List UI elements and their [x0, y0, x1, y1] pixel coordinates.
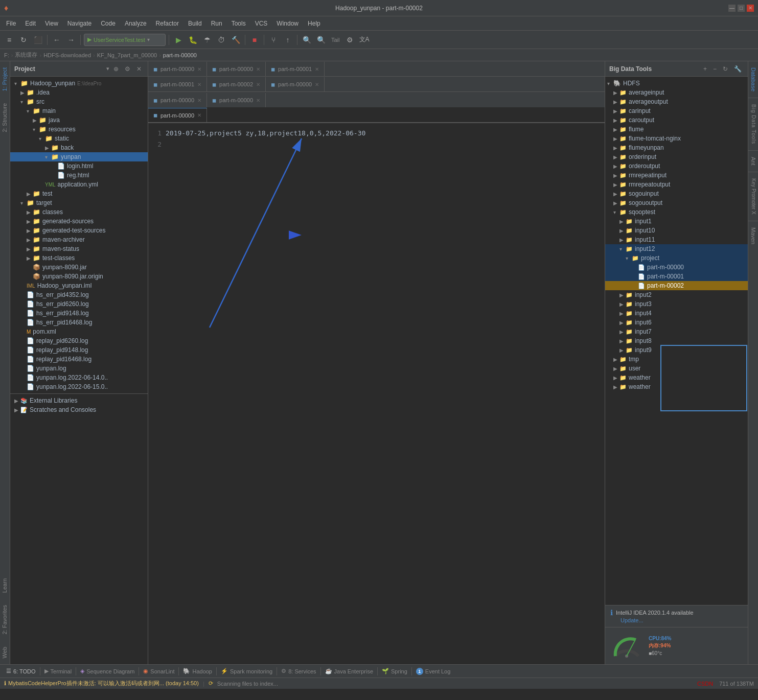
toolbar-btn-2[interactable]: ↻ [17, 34, 30, 46]
git-push-button[interactable]: ↑ [282, 34, 294, 46]
bottom-tab-eventlog[interactable]: 1 Event Log [412, 665, 455, 678]
tree-replay2[interactable]: ▶ 📄 replay_pid9148.log [10, 345, 148, 355]
lang-button[interactable]: 文A [358, 34, 371, 46]
bdt-tmp[interactable]: ▶ 📁 tmp [605, 355, 748, 364]
breadcrumb-hdfs[interactable]: HDFS-downloaded [43, 52, 91, 58]
tab-close-2b[interactable]: ✕ [256, 82, 260, 87]
bdt-avgOutput[interactable]: ▶ 📁 averageoutput [605, 97, 748, 106]
breadcrumb-current[interactable]: part-m-00000 [163, 52, 197, 58]
menu-help[interactable]: Help [304, 18, 325, 29]
tab-close-2[interactable]: ✕ [197, 82, 201, 87]
menu-run[interactable]: Run [207, 18, 226, 29]
bdt-weather1[interactable]: ▶ 📁 weather [605, 373, 748, 382]
bdt-user[interactable]: ▶ 📁 user [605, 364, 748, 373]
panel-btn-add[interactable]: ⊕ [111, 64, 121, 74]
tab-close-3[interactable]: ✕ [197, 98, 201, 103]
bottom-tab-spring[interactable]: 🌱 Spring [378, 665, 411, 678]
menu-view[interactable]: View [41, 18, 62, 29]
tab-pm-00001-r1[interactable]: ◼ part-m-00001 ✕ [266, 62, 325, 76]
bdt-rmRepeatOutput[interactable]: ▶ 📁 rmrepeatoutput [605, 180, 748, 189]
git-button[interactable]: ⑂ [267, 34, 280, 46]
bdt-carInput[interactable]: ▶ 📁 carinput [605, 106, 748, 115]
tree-maven-status[interactable]: ▶ 📁 maven-status [10, 244, 148, 253]
bdt-sogouInput[interactable]: ▶ 📁 sogouinput [605, 189, 748, 198]
menu-navigate[interactable]: Navigate [63, 18, 96, 29]
tree-classes[interactable]: ▶ 📁 classes [10, 207, 148, 217]
tree-pom[interactable]: ▶ M pom.xml [10, 327, 148, 336]
tree-yunpanlog[interactable]: ▶ 📄 yunpan.log [10, 364, 148, 373]
bdt-carOutput[interactable]: ▶ 📁 caroutput [605, 115, 748, 125]
tree-log2[interactable]: ▶ 📄 hs_err_pid6260.log [10, 299, 148, 309]
tree-gen-sources[interactable]: ▶ 📁 generated-sources [10, 217, 148, 226]
sidetab-web[interactable]: Web [0, 641, 10, 664]
bdt-minus-button[interactable]: − [711, 64, 719, 74]
bdt-hdfs[interactable]: ▾ 🐘 HDFS [605, 79, 748, 88]
breadcrumb-kg[interactable]: KF_Ng_7part_m_00000 [97, 52, 157, 58]
menu-vcs[interactable]: VCS [251, 18, 272, 29]
settings-button[interactable]: ⚙ [344, 34, 356, 46]
bdt-project[interactable]: ▾ 📁 project [605, 253, 748, 263]
sidetab-structure[interactable]: 2: Structure [0, 97, 10, 138]
bdt-input9[interactable]: ▶ 📁 input9 [605, 345, 748, 355]
tree-test[interactable]: ▶ 📁 test [10, 189, 148, 198]
debug-button[interactable]: 🐛 [187, 34, 199, 46]
nav-back-button[interactable]: ← [51, 34, 63, 46]
tree-gen-test[interactable]: ▶ 📁 generated-test-sources [10, 226, 148, 235]
bdt-rmRepeatInput[interactable]: ▶ 📁 rmrepeatinput [605, 171, 748, 180]
bdt-input3[interactable]: ▶ 📁 input3 [605, 299, 748, 309]
nav-forward-button[interactable]: → [65, 34, 77, 46]
bdt-input12[interactable]: ▾ 📁 input12 [605, 244, 748, 253]
bdt-input1[interactable]: ▶ 📁 input1 [605, 217, 748, 226]
tab-pm-00000-r2c[interactable]: ◼ part-m-00000 ✕ [266, 77, 325, 91]
menu-edit[interactable]: Edit [21, 18, 40, 29]
panel-btn-close[interactable]: ✕ [134, 64, 144, 74]
bdt-avgInput[interactable]: ▶ 📁 averageinput [605, 88, 748, 97]
tree-scratches[interactable]: ▶ 📝 Scratches and Consoles [10, 405, 148, 414]
bdt-input10[interactable]: ▶ 📁 input10 [605, 226, 748, 235]
build-button[interactable]: 🔨 [229, 34, 242, 46]
run-config-selector[interactable]: ▶ UserServiceTest.test ▾ [84, 34, 166, 46]
bdt-input7[interactable]: ▶ 📁 input7 [605, 327, 748, 336]
maximize-button[interactable]: □ [738, 5, 745, 12]
toolbar-btn-3[interactable]: ⬛ [32, 34, 44, 46]
minimize-button[interactable]: — [728, 5, 736, 12]
vtab-big-data[interactable]: Big Data Tools [748, 98, 758, 150]
tree-yunpanlog1[interactable]: ▶ 📄 yunpan.log.2022-06-14.0.. [10, 373, 148, 382]
bdt-input6[interactable]: ▶ 📁 input6 [605, 318, 748, 327]
bdt-part-00001[interactable]: ▶ 📄 part-m-00001 [605, 272, 748, 281]
bdt-part-00002[interactable]: ▶ 📄 part-m-00002 [605, 281, 748, 290]
tab-close-active[interactable]: ✕ [197, 112, 201, 118]
tab-close-1c[interactable]: ✕ [315, 66, 319, 72]
tree-resources[interactable]: ▾ 📁 resources [10, 125, 148, 134]
bottom-tab-sonar[interactable]: ◉ SonarLint [139, 665, 178, 678]
breadcrumb-cache[interactable]: 系统缓存 [15, 51, 37, 59]
tree-maven-arch[interactable]: ▶ 📁 maven-archiver [10, 235, 148, 244]
tree-root[interactable]: ▾ 📁 Hadoop_yunpan E:\IdeaPro [10, 79, 148, 88]
bottom-tab-todo[interactable]: ☰ 6: TODO [2, 665, 40, 678]
find-action-button[interactable]: 🔍 [315, 34, 327, 46]
profile-button[interactable]: ⏱ [215, 34, 227, 46]
tab-close-1b[interactable]: ✕ [256, 66, 260, 72]
bdt-input2[interactable]: ▶ 📁 input2 [605, 290, 748, 299]
menu-window[interactable]: Window [272, 18, 303, 29]
tree-static[interactable]: ▾ 📁 static [10, 134, 148, 143]
menu-analyze[interactable]: Analyze [121, 18, 151, 29]
breadcrumb-f[interactable]: F: [4, 52, 9, 58]
tree-src[interactable]: ▾ 📁 src [10, 97, 148, 106]
vtab-ant[interactable]: Ant [748, 151, 758, 172]
tree-java[interactable]: ▶ 📁 java [10, 115, 148, 125]
toolbar-btn-1[interactable]: ≡ [3, 34, 15, 46]
tab-close-1[interactable]: ✕ [197, 66, 201, 72]
coverage-button[interactable]: ☂ [201, 34, 213, 46]
vtab-database[interactable]: Database [748, 61, 758, 98]
bottom-tab-terminal[interactable]: ▶ Terminal [40, 665, 76, 678]
editor-content[interactable]: 1 2019-07-25,project5 zy,18,project18,0,… [148, 123, 605, 664]
tree-jar2[interactable]: ▶ 📦 yunpan-8090.jar.origin [10, 272, 148, 281]
bdt-settings-button[interactable]: 🔧 [732, 64, 744, 74]
tab-close-2c[interactable]: ✕ [315, 82, 319, 87]
tree-target[interactable]: ▾ 📁 target [10, 198, 148, 207]
bdt-sqooptest[interactable]: ▾ 📁 sqooptest [605, 207, 748, 217]
bdt-flumeyunpan[interactable]: ▶ 📁 flumeyunpan [605, 143, 748, 152]
tab-pm-00000-r3b[interactable]: ◼ part-m-00000 ✕ [207, 93, 266, 107]
tab-pm-00000-r1b[interactable]: ◼ part-m-00000 ✕ [207, 62, 266, 76]
